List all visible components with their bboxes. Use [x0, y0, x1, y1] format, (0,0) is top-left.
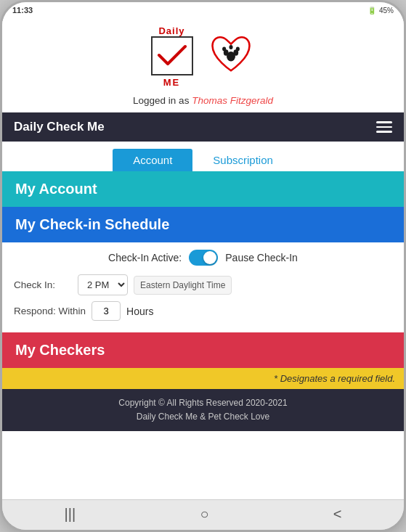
- checkin-time-select[interactable]: 2 PM 3 PM 4 PM: [78, 274, 128, 295]
- hamburger-line-3: [376, 131, 392, 133]
- heart-paw-logo: [206, 30, 256, 83]
- tab-account[interactable]: Account: [113, 149, 192, 171]
- navbar-title: Daily Check Me: [14, 120, 105, 134]
- heart-paw-svg: [206, 30, 256, 80]
- footer-line1: Copyright © All Rights Reserved 2020-202…: [11, 396, 395, 410]
- username: Thomas Fitzgerald: [192, 95, 273, 106]
- daily-me-logo: Daily ME: [151, 25, 193, 88]
- svg-point-3: [222, 47, 226, 52]
- status-icons: 🔋 45%: [368, 7, 394, 15]
- phone-shell: 11:33 🔋 45% Daily ME: [0, 0, 406, 532]
- navbar: Daily Check Me: [2, 112, 404, 142]
- checkin-active-label: Check-In Active:: [108, 252, 182, 263]
- nav-menu-icon[interactable]: |||: [65, 506, 76, 523]
- timezone-badge: Eastern Daylight Time: [134, 276, 232, 295]
- checkin-time-row: Check In: 2 PM 3 PM 4 PM Eastern Dayligh…: [14, 274, 392, 295]
- footer-line2: Daily Check Me & Pet Check Love: [11, 410, 395, 424]
- logged-in-bar: Logged in as Thomas Fitzgerald: [2, 92, 404, 112]
- svg-point-4: [235, 47, 239, 52]
- hamburger-line-1: [376, 121, 392, 123]
- logo-box: [151, 36, 193, 75]
- logo-area: Daily ME: [2, 18, 404, 92]
- my-checkin-schedule-header: My Check-in Schedule: [2, 207, 404, 242]
- checkin-body: Check-In Active: Pause Check-In Check In…: [2, 242, 404, 332]
- status-time: 11:33: [12, 6, 33, 15]
- phone-content: Daily ME: [2, 18, 404, 499]
- respond-within-label: Respond: Within: [14, 306, 86, 316]
- daily-text: Daily: [158, 25, 184, 36]
- hours-label: Hours: [126, 306, 153, 317]
- status-bar: 11:33 🔋 45%: [2, 2, 404, 18]
- bottom-nav: ||| ○ <: [2, 499, 404, 530]
- battery-icon: 🔋: [368, 7, 376, 15]
- logged-in-prefix: Logged in as: [133, 95, 192, 106]
- tab-subscription[interactable]: Subscription: [192, 149, 293, 171]
- hamburger-menu[interactable]: [376, 121, 392, 133]
- my-checkers-header: My Checkers: [2, 332, 404, 368]
- checkmark-svg: [156, 42, 188, 70]
- footer: Copyright © All Rights Reserved 2020-202…: [2, 389, 404, 431]
- toggle-knob: [203, 251, 216, 264]
- hamburger-line-2: [376, 126, 392, 128]
- checkin-active-row: Check-In Active: Pause Check-In: [14, 250, 392, 266]
- svg-point-5: [229, 45, 232, 49]
- me-text: ME: [163, 77, 181, 88]
- respond-within-input[interactable]: [92, 301, 121, 321]
- battery-level: 45%: [379, 7, 394, 15]
- my-account-header: My Account: [2, 171, 404, 207]
- checkin-toggle[interactable]: [189, 250, 218, 266]
- nav-home-icon[interactable]: ○: [200, 506, 208, 523]
- required-note: * Designates a required field.: [2, 368, 404, 389]
- nav-back-icon[interactable]: <: [333, 506, 342, 523]
- checkin-time-label: Check In:: [14, 279, 72, 290]
- tabs-row: Account Subscription: [2, 142, 404, 171]
- respond-within-row: Respond: Within Hours: [14, 301, 392, 321]
- pause-checkin-label: Pause Check-In: [225, 252, 298, 263]
